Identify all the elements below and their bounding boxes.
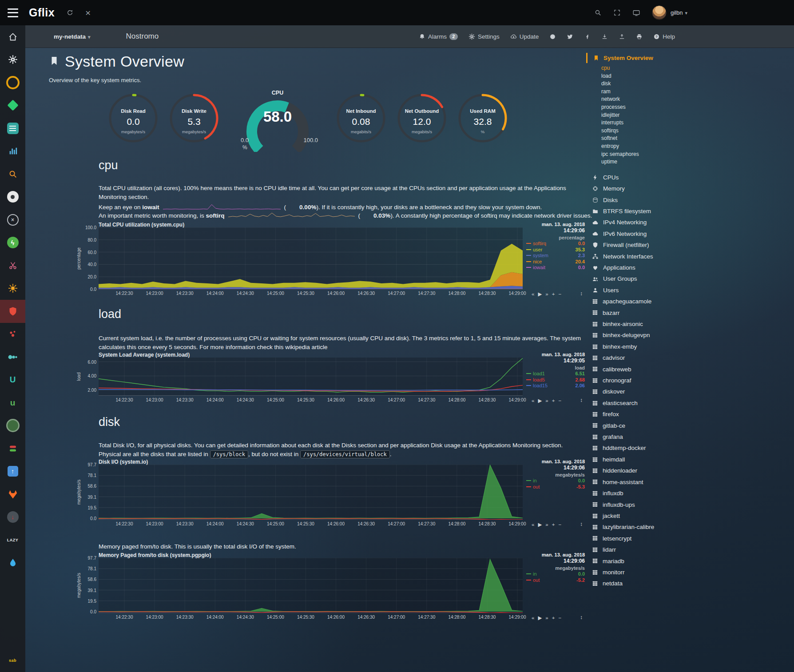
menu-app-hiddenloader[interactable]: hiddenloader bbox=[586, 465, 790, 476]
menu-app-grafana[interactable]: grafana bbox=[586, 431, 790, 442]
menu-app-hddtemp-docker[interactable]: hddtemp-docker bbox=[586, 442, 790, 453]
sidebar-app-pill-app[interactable] bbox=[0, 437, 25, 460]
sidebar-app-library-app[interactable] bbox=[0, 117, 25, 140]
toolbar-zoom-in-button[interactable]: + bbox=[552, 398, 555, 403]
chart-disk-io[interactable]: Disk I/O (system.io)man. 13. aug. 201814… bbox=[78, 459, 585, 531]
menu-app-lazylibrarian-calibre[interactable]: lazylibrarian-calibre bbox=[586, 521, 790, 533]
legend-item-nice[interactable]: nice20.4 bbox=[526, 259, 585, 265]
menu-sub-interrupts[interactable]: interrupts bbox=[601, 119, 790, 127]
gauge-disk-read[interactable]: Disk Read0.0megabytes/s bbox=[107, 90, 160, 152]
toolbar-play-button[interactable]: ▶ bbox=[538, 291, 542, 297]
menu-system-overview[interactable]: System Overview bbox=[586, 53, 790, 63]
sidebar-app-home[interactable] bbox=[0, 25, 25, 48]
chart-memory-paged[interactable]: Memory Paged from/to disk (system.pgpgio… bbox=[78, 552, 585, 624]
sidebar-app-dark-green-app[interactable] bbox=[0, 414, 25, 437]
toolbar-zoom-out-button[interactable]: − bbox=[558, 398, 561, 403]
sidebar-app-sabnzbd[interactable]: sab bbox=[0, 649, 25, 672]
menu-app-binhex-delugevpn[interactable]: binhex-delugevpn bbox=[586, 330, 790, 341]
legend-item-iowait[interactable]: iowait0.0 bbox=[526, 265, 585, 271]
chart-canvas-diskio[interactable] bbox=[99, 465, 523, 520]
menu-app-binhex-airsonic[interactable]: binhex-airsonic bbox=[586, 318, 790, 330]
menu-section-ipv6-networking[interactable]: IPv6 Networking bbox=[586, 228, 790, 239]
menu-section-users[interactable]: Users bbox=[586, 285, 790, 296]
sidebar-app-unmanic[interactable]: U bbox=[0, 369, 25, 392]
menu-sub-ram[interactable]: ram bbox=[601, 88, 790, 96]
fullscreen-icon[interactable] bbox=[613, 9, 621, 16]
toolbar-zoom-in-button[interactable]: + bbox=[552, 291, 555, 297]
nav-save-snapshot[interactable] bbox=[601, 33, 608, 40]
legend-item-in[interactable]: in0.0 bbox=[526, 571, 585, 577]
nav-update[interactable]: Update bbox=[510, 33, 539, 40]
menu-app-mariadb[interactable]: mariadb bbox=[586, 556, 790, 567]
gauge-net-outbound[interactable]: Net Outbound12.0megabits/s bbox=[395, 90, 449, 152]
chart-canvas-load[interactable] bbox=[99, 358, 523, 396]
menu-sub-softnet[interactable]: softnet bbox=[601, 135, 790, 143]
toolbar-zoom-in-button[interactable]: + bbox=[552, 615, 555, 620]
gauge-cpu[interactable]: CPU58.00.0100.0% bbox=[232, 90, 323, 157]
sidebar-app-scissors-app[interactable] bbox=[0, 254, 25, 277]
toolbar-pan-backward-button[interactable]: « bbox=[532, 522, 534, 527]
sidebar-app-ubooquity[interactable]: u bbox=[0, 391, 25, 414]
sidebar-app-plex[interactable] bbox=[0, 71, 25, 94]
menu-app-gitlab-ce[interactable]: gitlab-ce bbox=[586, 420, 790, 431]
menu-sub-ipc-semaphores[interactable]: ipc semaphores bbox=[601, 151, 790, 159]
menu-section-applications[interactable]: Applications bbox=[586, 262, 790, 273]
menu-app-influxdb[interactable]: influxdb bbox=[586, 488, 790, 499]
menu-app-home-assistant[interactable]: home-assistant bbox=[586, 477, 790, 488]
menu-section-memory[interactable]: Memory bbox=[586, 183, 790, 194]
nav-help[interactable]: ?Help bbox=[653, 33, 675, 40]
toolbar-zoom-in-button[interactable]: + bbox=[552, 522, 555, 527]
sidebar-app-uploader-app[interactable]: ↑ bbox=[0, 460, 25, 483]
menu-sub-idlejitter[interactable]: idlejitter bbox=[601, 111, 790, 119]
menu-sub-network[interactable]: network bbox=[601, 95, 790, 103]
nav-facebook[interactable] bbox=[584, 33, 591, 40]
menu-app-lidarr[interactable]: lidarr bbox=[586, 544, 790, 555]
server-dropdown[interactable]: my-netdata▾ bbox=[54, 33, 91, 40]
sidebar-app-ombi[interactable] bbox=[0, 346, 25, 369]
menu-app-apacheguacamole[interactable]: apacheguacamole bbox=[586, 296, 790, 307]
refresh-tab-icon[interactable] bbox=[66, 9, 74, 16]
menu-sub-softirqs[interactable]: softirqs bbox=[601, 127, 790, 135]
toolbar-pan-backward-button[interactable]: « bbox=[532, 615, 534, 620]
sidebar-app-green-diamond-app[interactable] bbox=[0, 94, 25, 117]
nav-load-snapshot[interactable] bbox=[619, 33, 625, 40]
nav-settings[interactable]: Settings bbox=[468, 33, 500, 40]
menu-sub-uptime[interactable]: uptime bbox=[601, 158, 790, 166]
toolbar-play-button[interactable]: ▶ bbox=[538, 615, 542, 620]
toolbar-pan-forward-button[interactable]: » bbox=[545, 291, 548, 297]
toolbar-play-button[interactable]: ▶ bbox=[538, 522, 542, 527]
gauge-net-inbound[interactable]: Net Inbound0.08megabits/s bbox=[334, 90, 388, 152]
chart-resize-handle[interactable]: ↕ bbox=[580, 614, 583, 620]
legend-item-softirq[interactable]: softirq0.0 bbox=[526, 241, 585, 247]
sidebar-app-settings[interactable] bbox=[0, 48, 25, 72]
menu-section-disks[interactable]: Disks bbox=[586, 195, 790, 206]
legend-item-load15[interactable]: load152.06 bbox=[526, 383, 585, 389]
menu-app-monitorr[interactable]: monitorr bbox=[586, 567, 790, 578]
menu-app-cadvisor[interactable]: cadvisor bbox=[586, 352, 790, 363]
toolbar-pan-forward-button[interactable]: » bbox=[545, 522, 548, 527]
legend-item-out[interactable]: out-5.3 bbox=[526, 484, 585, 490]
menu-app-elasticsearch[interactable]: elasticsearch bbox=[586, 398, 790, 409]
toolbar-pan-backward-button[interactable]: « bbox=[532, 398, 534, 403]
menu-sub-cpu[interactable]: cpu bbox=[601, 64, 790, 72]
menu-app-firefox[interactable]: firefox bbox=[586, 409, 790, 420]
legend-item-load5[interactable]: load52.68 bbox=[526, 377, 585, 383]
user-menu[interactable]: gilbn▾ bbox=[671, 9, 687, 16]
menu-app-netdata[interactable]: netdata bbox=[586, 578, 790, 589]
legend-item-in[interactable]: in0.0 bbox=[526, 478, 585, 484]
menu-section-user-groups[interactable]: User Groups bbox=[586, 273, 790, 284]
chart-load-average[interactable]: System Load Average (system.load)man. 13… bbox=[78, 352, 585, 407]
legend-item-system[interactable]: system2.3 bbox=[526, 253, 585, 259]
sidebar-app-airsonic[interactable] bbox=[0, 140, 25, 163]
close-tab-icon[interactable]: × bbox=[85, 8, 91, 17]
nav-github[interactable] bbox=[549, 33, 556, 40]
menu-section-network-interfaces[interactable]: Network Interfaces bbox=[586, 251, 790, 262]
toolbar-pan-forward-button[interactable]: » bbox=[545, 615, 548, 620]
menu-section-firewall-netfilter-[interactable]: Firewall (netfilter) bbox=[586, 239, 790, 251]
chart-canvas-pgpgio[interactable] bbox=[99, 558, 523, 613]
softirq-sparkline[interactable] bbox=[228, 212, 355, 221]
menu-app-jackett[interactable]: jackett bbox=[586, 510, 790, 521]
toolbar-pan-backward-button[interactable]: « bbox=[532, 291, 534, 297]
sidebar-app-gitlab[interactable] bbox=[0, 483, 25, 506]
iowait-sparkline[interactable] bbox=[163, 203, 281, 212]
